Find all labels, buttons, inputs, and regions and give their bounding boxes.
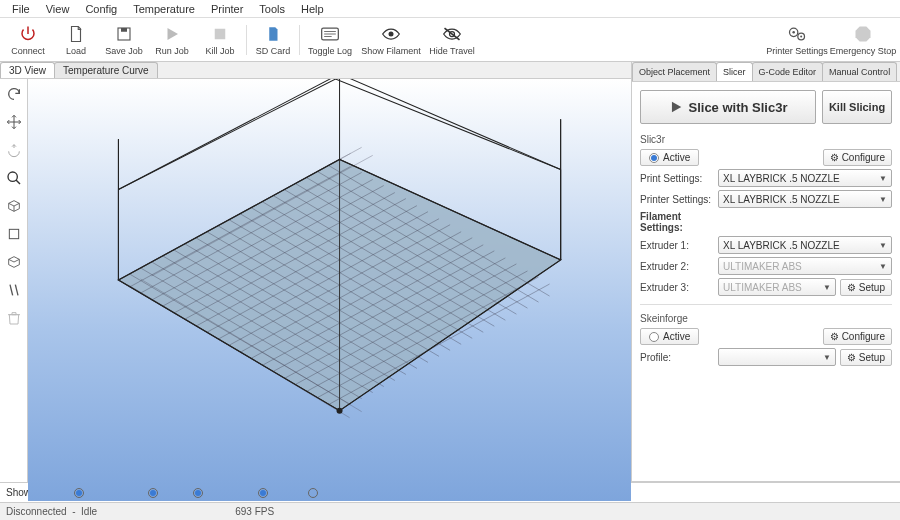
front-view-tool[interactable] (3, 223, 25, 245)
slic3r-configure-button[interactable]: ⚙Configure (823, 149, 892, 166)
svg-point-11 (792, 31, 795, 33)
skeinforge-active-radio[interactable]: Active (640, 328, 699, 345)
gear-icon: ⚙ (830, 152, 839, 163)
left-body (0, 79, 631, 501)
load-button[interactable]: Load (52, 18, 100, 62)
estop-label: Emergency Stop (830, 46, 897, 56)
select-value: ULTIMAKER ABS (723, 261, 802, 272)
active-label: Active (663, 152, 690, 163)
slicer-panel: Slice with Slic3r Kill Slicing Slic3r Ac… (632, 82, 900, 481)
log-icon (320, 24, 340, 44)
play-icon (669, 100, 683, 114)
run-label: Run Job (155, 46, 189, 56)
printer-settings-button[interactable]: Printer Settings (764, 18, 830, 62)
tab-gcode-editor[interactable]: G-Code Editor (752, 62, 824, 81)
menu-bar: File View Config Temperature Printer Too… (0, 0, 900, 18)
sd-label: SD Card (256, 46, 291, 56)
parallel-tool[interactable] (3, 279, 25, 301)
menu-file[interactable]: File (4, 3, 38, 15)
status-bar: Disconnected - Idle 693 FPS (0, 502, 900, 520)
tab-temperature-curve[interactable]: Temperature Curve (54, 62, 158, 78)
configure-label: Configure (842, 331, 885, 342)
menu-tools[interactable]: Tools (251, 3, 293, 15)
kill-job-button[interactable]: Kill Job (196, 18, 244, 62)
show-filament-button[interactable]: Show Filament (358, 18, 424, 62)
save-icon (114, 24, 134, 44)
svg-point-13 (800, 35, 802, 37)
separator (299, 25, 300, 55)
eye-icon (381, 24, 401, 44)
extruder2-label: Extruder 2: (640, 261, 714, 272)
svg-point-79 (337, 408, 343, 414)
svg-point-14 (8, 172, 17, 181)
svg-line-18 (15, 285, 18, 296)
select-value: XL LAYBRICK .5 NOZZLE (723, 173, 840, 184)
zoom-tool[interactable] (3, 167, 25, 189)
select-value: XL LAYBRICK .5 NOZZLE (723, 194, 840, 205)
right-panel: Object Placement Slicer G-Code Editor Ma… (632, 62, 900, 481)
print-settings-label: Print Settings: (640, 173, 714, 184)
gear-icon: ⚙ (830, 331, 839, 342)
save-job-button[interactable]: Save Job (100, 18, 148, 62)
load-label: Load (66, 46, 86, 56)
profile-select[interactable]: ▼ (718, 348, 836, 366)
3d-viewport[interactable] (28, 79, 631, 501)
gear-icon: ⚙ (847, 352, 856, 363)
rotate-tool[interactable] (3, 139, 25, 161)
menu-help[interactable]: Help (293, 3, 332, 15)
hide-label: Hide Travel (429, 46, 475, 56)
extruder1-select[interactable]: XL LAYBRICK .5 NOZZLE▼ (718, 236, 892, 254)
psettings-label: Printer Settings (766, 46, 828, 56)
stop-icon (210, 24, 230, 44)
chevron-down-icon: ▼ (823, 283, 831, 292)
emergency-stop-button[interactable]: Emergency Stop (830, 18, 896, 62)
reset-view-tool[interactable] (3, 83, 25, 105)
menu-config[interactable]: Config (77, 3, 125, 15)
tab-object-placement[interactable]: Object Placement (632, 62, 717, 81)
sd-card-button[interactable]: SD Card (249, 18, 297, 62)
active-label: Active (663, 331, 690, 342)
left-tabs: 3D View Temperature Curve (0, 62, 631, 79)
top-view-tool[interactable] (3, 251, 25, 273)
chevron-down-icon: ▼ (879, 241, 887, 250)
separator (246, 25, 247, 55)
status-fps: 693 FPS (235, 506, 274, 517)
slice-button[interactable]: Slice with Slic3r (640, 90, 816, 124)
connect-button[interactable]: Connect (4, 18, 52, 62)
document-icon (66, 24, 86, 44)
menu-view[interactable]: View (38, 3, 78, 15)
tab-manual-control[interactable]: Manual Control (822, 62, 897, 81)
tab-3d-view[interactable]: 3D View (0, 62, 55, 78)
printer-settings-select[interactable]: XL LAYBRICK .5 NOZZLE▼ (718, 190, 892, 208)
skeinforge-configure-button[interactable]: ⚙Configure (823, 328, 892, 345)
skeinforge-setup-button[interactable]: ⚙Setup (840, 349, 892, 366)
slic3r-active-radio[interactable]: Active (640, 149, 699, 166)
play-icon (162, 24, 182, 44)
delete-tool[interactable] (3, 307, 25, 329)
iso-view-tool[interactable] (3, 195, 25, 217)
slic3r-title: Slic3r (640, 134, 892, 145)
svg-point-7 (389, 31, 394, 36)
run-job-button[interactable]: Run Job (148, 18, 196, 62)
main-area: 3D View Temperature Curve (0, 62, 900, 482)
menu-temperature[interactable]: Temperature (125, 3, 203, 15)
toggle-log-button[interactable]: Toggle Log (302, 18, 358, 62)
save-label: Save Job (105, 46, 143, 56)
slic3r-setup-button[interactable]: ⚙Setup (840, 279, 892, 296)
skeinforge-title: Skeinforge (640, 313, 892, 324)
svg-line-15 (16, 180, 20, 184)
sd-icon (263, 24, 283, 44)
setup-label: Setup (859, 282, 885, 293)
setup-label: Setup (859, 352, 885, 363)
move-tool[interactable] (3, 111, 25, 133)
print-settings-select[interactable]: XL LAYBRICK .5 NOZZLE▼ (718, 169, 892, 187)
tab-slicer[interactable]: Slicer (716, 62, 753, 81)
menu-printer[interactable]: Printer (203, 3, 251, 15)
select-value: XL LAYBRICK .5 NOZZLE (723, 240, 840, 251)
profile-label: Profile: (640, 352, 714, 363)
kill-slicing-button[interactable]: Kill Slicing (822, 90, 892, 124)
svg-rect-16 (9, 229, 18, 238)
build-volume-icon (28, 79, 631, 501)
connect-label: Connect (11, 46, 45, 56)
hide-travel-button[interactable]: Hide Travel (424, 18, 480, 62)
